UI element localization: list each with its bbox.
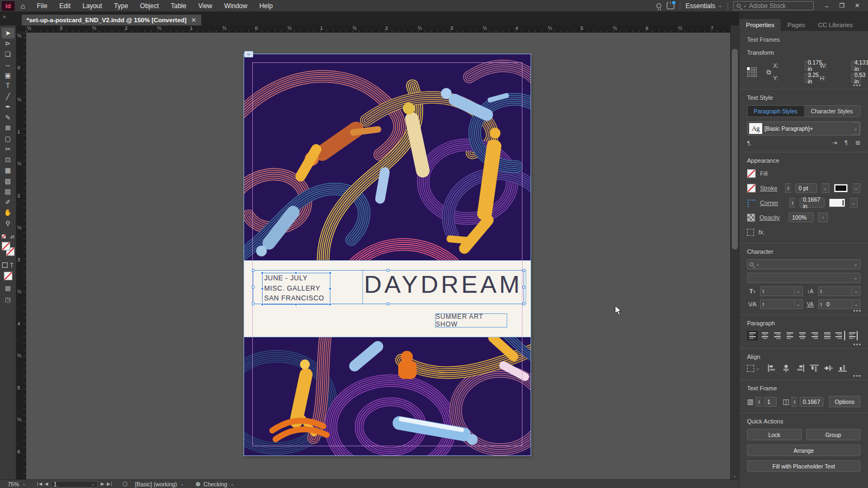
align-left-edges-button[interactable]: [768, 364, 776, 372]
redefine-style-icon[interactable]: ⇥: [832, 139, 837, 146]
paragraph-mark-icon[interactable]: ¶.: [747, 140, 752, 146]
workspace-switcher[interactable]: Essentials ⌄: [686, 2, 722, 10]
fill-swatch[interactable]: [2, 242, 10, 251]
document-tab[interactable]: *set-up-a-postcard_END_V2.indd @ 150% [C…: [22, 15, 201, 25]
character-styles-tab[interactable]: Character Styles: [804, 106, 860, 117]
menu-item[interactable]: Layout: [76, 2, 108, 10]
expand-panels-icon[interactable]: »: [3, 14, 6, 20]
tab-cc-libraries[interactable]: CC Libraries: [812, 19, 859, 31]
align-right-edges-button[interactable]: [796, 364, 805, 372]
eyedropper-tool[interactable]: ✐: [2, 197, 15, 208]
default-swatches-icon[interactable]: [2, 234, 6, 239]
align-away-from-spine-button[interactable]: [847, 331, 858, 341]
direct-selection-tool[interactable]: ⊳: [2, 38, 15, 49]
gutter-input[interactable]: 0.1667: [800, 397, 824, 407]
tracking-stepper[interactable]: ▲▼: [818, 299, 824, 309]
indesign-logo[interactable]: Id: [2, 1, 15, 11]
fill-placeholder-button[interactable]: Fill with Placeholder Text: [747, 460, 860, 472]
frame-tool[interactable]: ⊠: [2, 123, 15, 134]
corner-shape-dropdown[interactable]: [829, 198, 845, 207]
selection-tool[interactable]: ➤: [2, 28, 15, 38]
clear-overrides-icon[interactable]: ¶: [845, 139, 848, 146]
align-to-dropdown[interactable]: ⌄: [747, 365, 760, 372]
formatting-affects-container-icon[interactable]: [2, 262, 8, 268]
tab-pages[interactable]: Pages: [781, 19, 812, 31]
align-bottom-edges-button[interactable]: [838, 364, 847, 372]
stroke-weight-input[interactable]: 0 pt: [795, 183, 817, 193]
object-effects-icon[interactable]: [747, 229, 754, 236]
selection-handle[interactable]: [387, 269, 390, 272]
page-tool[interactable]: ❏: [2, 49, 15, 60]
scroll-down-icon[interactable]: ⌄: [733, 473, 737, 478]
free-transform-tool[interactable]: ⊡: [2, 155, 15, 165]
kerning-stepper[interactable]: ▲▼: [760, 299, 766, 309]
previous-page-button[interactable]: ◀: [45, 481, 48, 486]
line-tool[interactable]: ╱: [2, 91, 15, 102]
y-input[interactable]: 3.25 in: [805, 73, 811, 83]
align-towards-spine-button[interactable]: [834, 331, 845, 341]
menu-item[interactable]: Help: [253, 2, 279, 10]
font-family-dropdown[interactable]: ⌄ ⌄: [747, 259, 860, 269]
kerning-input[interactable]: [766, 299, 795, 309]
scissors-tool[interactable]: ✂: [2, 144, 15, 155]
h-input[interactable]: 0.53 in: [851, 73, 861, 83]
screen-mode-icon[interactable]: ◳: [5, 296, 10, 303]
stroke-color-swatch[interactable]: [747, 184, 756, 192]
first-page-button[interactable]: ❘◀: [36, 481, 42, 486]
restore-button[interactable]: ❐: [834, 2, 850, 9]
selection-handle[interactable]: [522, 269, 525, 272]
align-right-button[interactable]: [772, 331, 783, 341]
menu-item[interactable]: Window: [218, 2, 253, 10]
subtitle-text-frame[interactable]: SUMMER ART SHOW: [435, 313, 507, 328]
justify-last-left-button[interactable]: [784, 331, 795, 341]
gutter-stepper[interactable]: ▲▼: [792, 397, 797, 407]
leading-input[interactable]: [824, 286, 853, 296]
menu-item[interactable]: Table: [165, 2, 193, 10]
justify-last-right-button[interactable]: [809, 331, 820, 341]
more-options-icon[interactable]: ●●●: [853, 83, 861, 87]
reference-point-locator[interactable]: [747, 67, 764, 77]
selection-handle[interactable]: [252, 269, 254, 272]
menu-item[interactable]: Object: [134, 2, 165, 10]
text-frame-options-button[interactable]: Options: [829, 396, 860, 407]
frame-handle[interactable]: [295, 272, 297, 274]
selection-handle[interactable]: [252, 303, 254, 305]
x-input[interactable]: 0.175 in: [805, 61, 811, 70]
postcard-artwork-bottom[interactable]: [244, 337, 531, 455]
preflight-icon[interactable]: [123, 481, 127, 486]
opacity-input[interactable]: 100%: [789, 213, 814, 222]
menu-item[interactable]: Edit: [53, 2, 76, 10]
chevron-down-icon[interactable]: ⌄: [821, 183, 829, 193]
preflight-status[interactable]: Checking: [203, 481, 227, 487]
stroke-weight-stepper[interactable]: ▲▼: [785, 183, 791, 193]
formatting-affects-text-icon[interactable]: T: [10, 262, 13, 268]
tracking-input[interactable]: 0: [824, 299, 853, 309]
chevron-down-icon[interactable]: ⌄: [795, 286, 803, 296]
chevron-down-icon[interactable]: ⌄: [795, 299, 803, 309]
more-options-icon[interactable]: ●●●: [853, 374, 861, 377]
frame-handle[interactable]: [329, 287, 331, 290]
preflight-profile[interactable]: [Basic] (working): [135, 481, 177, 487]
pencil-tool[interactable]: ✎: [2, 112, 15, 123]
gradient-swatch-tool[interactable]: ▦: [2, 165, 15, 176]
align-vertical-centers-button[interactable]: [824, 364, 833, 372]
apply-none-button[interactable]: [4, 272, 12, 280]
vertical-scrollbar-thumb[interactable]: [732, 49, 738, 249]
columns-input[interactable]: 1: [764, 397, 777, 407]
stroke-swatch-dropdown[interactable]: [834, 184, 848, 192]
postcard-artwork-top[interactable]: .u use{fill:none;stroke-linecap:round;} …: [244, 54, 531, 260]
type-tool[interactable]: T: [2, 81, 15, 92]
columns-stepper[interactable]: ▲▼: [756, 397, 762, 407]
corner-radius-stepper[interactable]: ▲▼: [789, 198, 795, 208]
font-size-stepper[interactable]: ▲▼: [760, 286, 766, 296]
create-style-icon[interactable]: ⊞: [856, 139, 860, 146]
page-number-input[interactable]: 1 ⌄: [51, 481, 98, 487]
chevron-down-icon[interactable]: ⌄: [852, 183, 860, 193]
justify-all-button[interactable]: [822, 331, 833, 341]
group-button[interactable]: Group: [806, 429, 861, 440]
paragraph-styles-tab[interactable]: Paragraph Styles: [748, 106, 804, 117]
vertical-ruler[interactable]: ½0½1½2½3½4½5½6: [16, 33, 26, 479]
pasteboard[interactable]: .u use{fill:none;stroke-linecap:round;} …: [26, 33, 730, 479]
corner-label[interactable]: Corner: [760, 200, 785, 206]
frame-handle[interactable]: [295, 303, 297, 306]
